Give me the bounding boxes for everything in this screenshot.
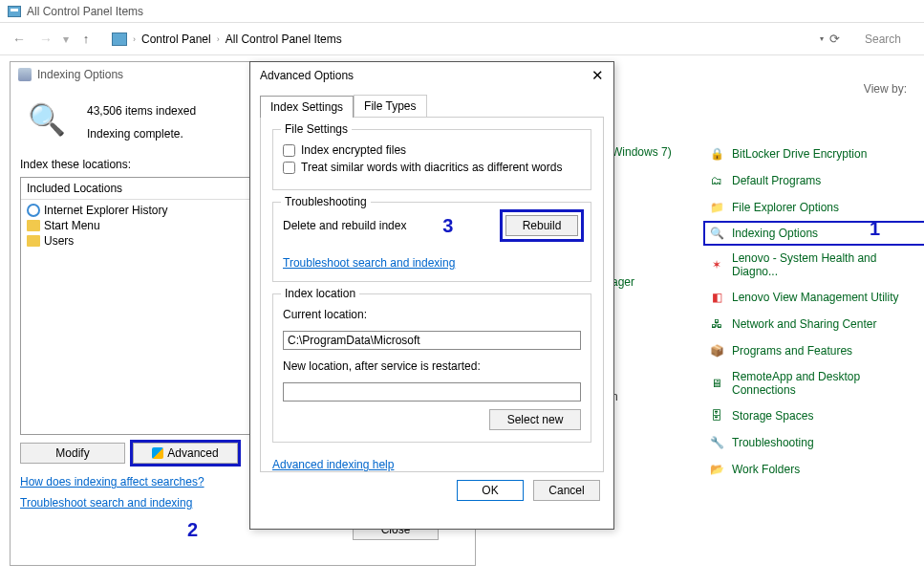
link-affect-searches[interactable]: How does indexing affect searches?: [20, 475, 204, 488]
storage-icon: 🗄: [709, 408, 724, 423]
cp-item-storage-spaces[interactable]: 🗄Storage Spaces: [709, 407, 924, 424]
search-icon: 🔍: [709, 226, 724, 241]
lock-icon: 🔒: [709, 146, 724, 162]
annotation-3: 3: [442, 215, 453, 237]
label-encrypted: Index encrypted files: [301, 143, 406, 157]
cp-item-programs-features[interactable]: 📦Programs and Features: [709, 342, 924, 359]
tabs: Index Settings File Types: [260, 95, 604, 117]
view-by-label: View by:: [864, 82, 907, 96]
items-indexed: 43,506 items indexed: [87, 104, 196, 118]
advanced-options-dialog: Advanced Options ✕ Index Settings File T…: [249, 61, 614, 530]
new-location-label: New location, after service is restarted…: [283, 359, 581, 373]
rebuild-button[interactable]: Rebuild: [505, 215, 578, 236]
star-icon: ✶: [709, 257, 724, 272]
select-new-button[interactable]: Select new: [489, 409, 581, 430]
cp-item-troubleshooting[interactable]: 🔧Troubleshooting: [709, 434, 924, 451]
search-input[interactable]: Search: [855, 27, 911, 52]
network-icon: 🖧: [709, 316, 724, 332]
breadcrumb[interactable]: › Control Panel › All Control Panel Item…: [105, 27, 349, 52]
cp-item-lenovo-health[interactable]: ✶Lenovo - System Health and Diagno...: [709, 250, 924, 279]
indexing-status: Indexing complete.: [87, 127, 196, 141]
troubleshooting-title: Troubleshooting: [281, 195, 371, 208]
advanced-button[interactable]: Advanced: [133, 443, 238, 464]
box-icon: 📦: [709, 343, 724, 358]
control-panel-items: 🔒BitLocker Drive Encryption 🗂Default Pro…: [709, 145, 924, 478]
cp-item-default-programs[interactable]: 🗂Default Programs: [709, 172, 924, 189]
delete-rebuild-label: Delete and rebuild index: [283, 219, 406, 232]
index-location-group: Index location Current location: New loc…: [272, 293, 591, 443]
index-location-title: Index location: [281, 287, 359, 300]
indexing-icon: [18, 68, 32, 81]
control-panel-small-icon: [112, 33, 127, 46]
partial-item-ager: ager: [612, 275, 634, 289]
advanced-title: Advanced Options: [260, 69, 354, 82]
cp-item-bitlocker[interactable]: 🔒BitLocker Drive Encryption: [709, 145, 924, 163]
cp-item-remoteapp[interactable]: 🖥RemoteApp and Desktop Connections: [709, 369, 924, 398]
view-icon: ◧: [709, 290, 724, 305]
ok-button[interactable]: OK: [457, 480, 524, 501]
current-location-label: Current location:: [283, 308, 581, 321]
back-button[interactable]: ←: [8, 28, 31, 51]
file-settings-title: File Settings: [281, 122, 352, 136]
troubleshooting-group: Troubleshooting Delete and rebuild index…: [272, 202, 591, 282]
cp-item-file-explorer-options[interactable]: 📁File Explorer Options: [709, 199, 924, 216]
annotation-2: 2: [187, 519, 198, 541]
tab-file-types[interactable]: File Types: [354, 95, 426, 117]
cp-item-lenovo-view[interactable]: ◧Lenovo View Management Utility: [709, 289, 924, 306]
close-icon[interactable]: ✕: [591, 67, 604, 84]
crumb-control-panel[interactable]: Control Panel: [141, 33, 211, 46]
partial-item-windows7: (Windows 7): [608, 145, 672, 159]
link-troubleshoot-indexing[interactable]: Troubleshoot search and indexing: [283, 256, 455, 270]
modify-button[interactable]: Modify: [20, 443, 125, 464]
current-location-input[interactable]: [283, 331, 581, 350]
tab-index-settings[interactable]: Index Settings: [260, 96, 354, 118]
label-diacritics: Treat similar words with diacritics as d…: [301, 161, 562, 174]
up-button[interactable]: ↑: [75, 28, 97, 51]
wrench-icon: 🔧: [709, 435, 724, 450]
magnifier-icon: 🔍: [24, 100, 70, 139]
indexing-title: Indexing Options: [37, 68, 123, 81]
shield-icon: [152, 447, 163, 459]
checkbox-diacritics[interactable]: [283, 162, 295, 174]
navbar: ← → ▾ ↑ › Control Panel › All Control Pa…: [0, 23, 924, 55]
control-panel-icon: [8, 6, 21, 17]
window-titlebar: All Control Panel Items: [0, 0, 924, 23]
annotation-1: 1: [870, 218, 880, 240]
cp-item-indexing-options[interactable]: 🔍Indexing Options: [703, 221, 924, 246]
ie-icon: [27, 204, 40, 217]
tab-panel: File Settings Index encrypted files Trea…: [260, 117, 604, 472]
breadcrumb-dropdown-icon[interactable]: ▾: [820, 34, 824, 43]
refresh-button[interactable]: ⟳: [829, 32, 840, 46]
window-title: All Control Panel Items: [27, 5, 143, 18]
cp-item-network-sharing[interactable]: 🖧Network and Sharing Center: [709, 315, 924, 333]
search-placeholder: Search: [865, 33, 901, 46]
forward-button[interactable]: →: [34, 28, 57, 51]
cp-item-work-folders[interactable]: 📂Work Folders: [709, 461, 924, 478]
workfolder-icon: 📂: [709, 462, 724, 477]
advanced-titlebar: Advanced Options ✕: [250, 62, 613, 89]
folder-icon: [27, 220, 40, 231]
crumb-all-items[interactable]: All Control Panel Items: [226, 33, 342, 46]
new-location-input[interactable]: [283, 382, 581, 402]
file-settings-group: File Settings Index encrypted files Trea…: [272, 129, 591, 190]
link-troubleshoot[interactable]: Troubleshoot search and indexing: [20, 496, 192, 510]
checkbox-encrypted[interactable]: [283, 144, 295, 157]
prog-icon: 🗂: [709, 173, 724, 188]
link-advanced-help[interactable]: Advanced indexing help: [272, 458, 394, 471]
folder-icon: [27, 235, 40, 247]
remote-icon: 🖥: [709, 376, 724, 391]
cancel-button[interactable]: Cancel: [533, 480, 600, 501]
folder-icon: 📁: [709, 200, 724, 215]
